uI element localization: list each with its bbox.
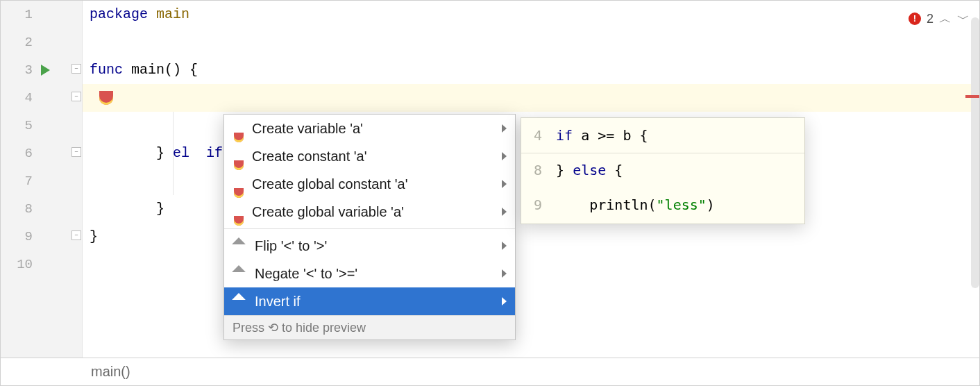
fold-toggle-icon[interactable]: [71, 92, 81, 101]
intention-label: Invert if: [255, 294, 301, 310]
submenu-arrow-icon: [502, 242, 507, 250]
line-number: 5: [1, 118, 33, 133]
line-number: 8: [1, 201, 33, 217]
submenu-arrow-icon: [502, 180, 507, 188]
error-count: 2: [927, 5, 933, 33]
pen-icon: [234, 295, 246, 308]
intention-item-create-global-constant[interactable]: Create global constant 'a': [224, 170, 515, 198]
intention-preview: 4 if a >= b { 8 } else { 9 println("less…: [521, 117, 805, 224]
fold-toggle-icon[interactable]: [71, 147, 81, 157]
line-number: 7: [1, 174, 33, 189]
code-line-current[interactable]: if a < b {: [83, 84, 979, 112]
popup-footer-hint: Press ⟲ to hide preview: [224, 315, 515, 339]
code-line[interactable]: package main: [83, 1, 979, 28]
intention-item-flip[interactable]: Flip '<' to '>': [224, 232, 515, 260]
error-bulb-icon: [234, 216, 244, 226]
intention-label: Create global variable 'a': [252, 204, 404, 220]
breadcrumb-bar[interactable]: main(): [0, 358, 980, 386]
submenu-arrow-icon: [502, 208, 507, 216]
intention-item-negate[interactable]: Negate '<' to '>=': [224, 260, 515, 287]
line-number: 1: [1, 7, 33, 22]
line-number: 3: [1, 62, 33, 78]
error-bulb-icon: [234, 188, 244, 198]
error-stripe[interactable]: [965, 95, 979, 98]
intention-label: Create constant 'a': [252, 149, 367, 165]
submenu-arrow-icon: [502, 269, 507, 278]
intention-label: Create variable 'a': [252, 121, 363, 137]
submenu-arrow-icon: [502, 297, 507, 305]
line-number: 4: [1, 90, 33, 106]
problems-widget[interactable]: 2 ︿ ﹀: [909, 5, 970, 33]
intention-popup[interactable]: Create variable 'a' Create constant 'a' …: [223, 114, 516, 340]
pen-icon: [234, 240, 246, 252]
scrollbar[interactable]: [971, 17, 979, 288]
run-gutter-icon[interactable]: [41, 65, 50, 76]
prev-problem-icon[interactable]: ︿: [939, 5, 952, 33]
line-number: 6: [1, 146, 33, 161]
intention-bulb-icon[interactable]: [99, 91, 113, 105]
next-problem-icon[interactable]: ﹀: [957, 5, 970, 33]
intention-label: Create global constant 'a': [252, 176, 407, 192]
pen-icon: [234, 267, 246, 280]
line-number: 10: [1, 257, 33, 272]
fold-toggle-icon[interactable]: [71, 230, 81, 240]
breadcrumb-item[interactable]: main(): [91, 364, 130, 380]
intention-label: Negate '<' to '>=': [255, 266, 357, 282]
intention-label: Flip '<' to '>': [255, 238, 327, 254]
submenu-arrow-icon: [502, 124, 507, 133]
gutter: 1 2 3 4 5 6 7 8 9 10: [1, 1, 83, 358]
error-bulb-icon: [234, 160, 244, 170]
error-badge-icon: [909, 12, 921, 25]
fold-toggle-icon[interactable]: [71, 64, 81, 74]
intention-item-invert-if[interactable]: Invert if: [224, 287, 515, 315]
submenu-arrow-icon: [502, 152, 507, 160]
line-number: 2: [1, 35, 33, 50]
error-bulb-icon: [234, 133, 244, 142]
menu-separator: [224, 228, 515, 229]
intention-item-create-variable[interactable]: Create variable 'a': [224, 115, 515, 142]
intention-item-create-constant[interactable]: Create constant 'a': [224, 142, 515, 170]
intention-item-create-global-variable[interactable]: Create global variable 'a': [224, 198, 515, 226]
code-line[interactable]: func main() {: [83, 56, 979, 84]
line-number: 9: [1, 229, 33, 244]
